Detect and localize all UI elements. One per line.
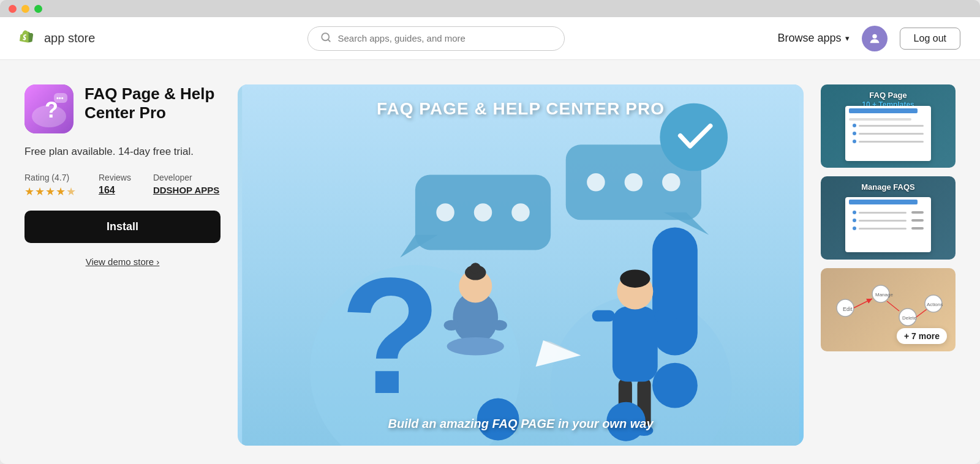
shopify-logo-icon [20,29,39,48]
thumbnail-3[interactable]: Edit Manage Delete Actions [821,268,956,351]
rating-block: Rating (4.7) ★★★★★ [24,173,77,198]
thumb-2-label: Manage FAQS [821,182,956,192]
faq-manage-row [849,217,927,223]
thumb-screen-lines [845,116,931,147]
app-store-label: app store [44,31,95,45]
svg-point-19 [511,203,530,222]
install-button[interactable]: Install [24,211,221,243]
developer-block: Developer DDSHOP APPS [153,173,219,198]
svg-point-29 [470,263,481,273]
thumb-line [849,118,911,121]
svg-rect-40 [592,310,615,321]
stars-display: ★★★★★ [24,185,77,198]
faq-manage-row [849,209,927,215]
thumb-screen-lines-2 [845,207,931,234]
avatar[interactable] [862,26,888,51]
browse-apps-button[interactable]: Browse apps ▾ [778,32,850,45]
svg-point-17 [436,203,454,222]
svg-text:Actions: Actions [927,302,943,307]
window-body: app store Browse apps ▾ [0,17,980,464]
center-panel: ? [238,84,804,446]
header: app store Browse apps ▾ [0,17,980,60]
faq-manage-row [849,225,927,231]
reviews-count[interactable]: 164 [99,185,131,196]
thumb-2-screen [845,197,931,252]
svg-point-30 [447,337,504,356]
browse-apps-label: Browse apps [778,32,842,45]
logout-button[interactable]: Log out [900,28,960,50]
svg-rect-13 [652,228,698,356]
chevron-down-icon: ▾ [845,34,850,43]
svg-point-14 [652,363,698,408]
svg-line-48 [854,299,872,308]
left-panel: ? ••• FAQ Page & Help Center Pro Free pl… [24,84,221,446]
app-icon-svg: ? ••• [24,84,74,133]
developer-label: Developer [153,173,219,182]
window-maximize-dot[interactable] [34,5,42,13]
rating-row: Rating (4.7) ★★★★★ Reviews 164 Developer… [24,173,221,198]
thumb-1-screen [845,106,931,161]
main-content: ? ••• FAQ Page & Help Center Pro Free pl… [0,60,980,464]
svg-text:Delete: Delete [902,315,917,321]
svg-point-22 [587,173,605,192]
demo-store-link[interactable]: View demo store › [24,256,221,267]
header-right: Browse apps ▾ Log out [778,26,960,51]
reviews-block: Reviews 164 [99,173,131,198]
svg-rect-39 [612,307,658,382]
svg-text:•••: ••• [56,94,64,102]
reviews-label: Reviews [99,173,131,182]
faq-row [849,130,927,137]
svg-line-2 [328,39,330,41]
window-chrome [0,0,980,17]
developer-name[interactable]: DDSHOP APPS [153,185,219,195]
search-input[interactable] [337,33,552,43]
rating-label: Rating (4.7) [24,173,77,182]
thumbnail-2[interactable]: Manage FAQS [821,176,956,260]
window-close-dot[interactable] [9,5,17,13]
logo-area[interactable]: app store [20,29,95,48]
search-bar[interactable] [307,26,565,51]
right-panel: FAQ Page10 + Templates [821,84,956,446]
svg-rect-41 [655,310,677,321]
thumbnail-1[interactable]: FAQ Page10 + Templates [821,84,956,168]
screenshot-title-text: FAQ PAGE & HELP CENTER PRO [238,99,804,119]
app-identity: ? ••• FAQ Page & Help Center Pro [24,84,221,133]
svg-point-43 [620,269,650,288]
svg-point-31 [444,320,459,331]
svg-text:Manage: Manage [875,292,893,297]
app-icon: ? ••• [24,84,74,133]
svg-text:Edit: Edit [843,306,853,312]
search-bar-wrap [110,26,763,51]
main-screenshot[interactable]: ? [238,84,804,446]
thumb-screen-bar [849,108,918,113]
svg-line-51 [887,301,899,311]
main-illustration: ? [238,84,804,446]
svg-point-18 [474,203,492,222]
svg-point-32 [492,320,507,331]
window-minimize-dot[interactable] [21,5,29,13]
svg-point-3 [872,34,876,38]
search-icon [320,32,331,45]
app-name: FAQ Page & Help Center Pro [85,84,221,122]
more-badge[interactable]: + 7 more [897,328,947,344]
faq-row [849,138,927,144]
svg-point-24 [662,173,680,192]
svg-point-23 [625,173,643,192]
thumb-screen-bar-2 [849,200,918,204]
faq-row [849,122,927,129]
screenshot-subtitle-text: Build an amazing FAQ PAGE in your own wa… [238,417,804,431]
app-tagline: Free plan available. 14-day free trial. [24,146,221,158]
svg-text:?: ? [340,243,441,428]
